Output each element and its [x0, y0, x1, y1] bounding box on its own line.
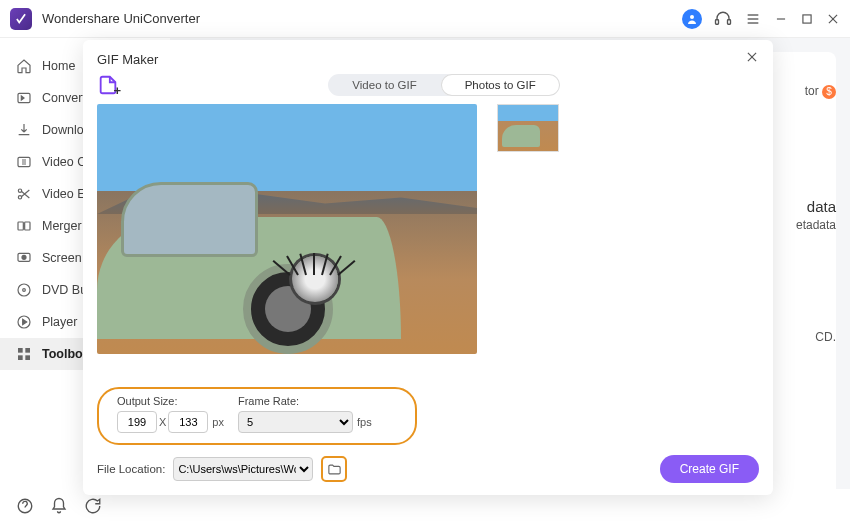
create-gif-button[interactable]: Create GIF: [660, 455, 759, 483]
svg-rect-1: [716, 19, 719, 24]
converter-icon: [16, 90, 32, 106]
maximize-button[interactable]: [800, 12, 814, 26]
bg-text: tor $: [805, 84, 836, 99]
add-file-button[interactable]: +: [97, 74, 119, 96]
svg-point-0: [690, 15, 694, 19]
file-location-label: File Location:: [97, 463, 165, 475]
output-height-input[interactable]: [168, 411, 208, 433]
preview-image: [97, 104, 477, 354]
svg-rect-21: [18, 348, 23, 353]
frame-rate-select[interactable]: 5: [238, 411, 353, 433]
thumbnail[interactable]: [497, 104, 559, 152]
home-icon: [16, 58, 32, 74]
tab-photos-to-gif[interactable]: Photos to GIF: [441, 74, 560, 96]
frame-rate-label: Frame Rate:: [238, 395, 372, 407]
svg-rect-24: [25, 355, 30, 360]
svg-rect-15: [25, 222, 30, 230]
play-icon: [16, 314, 32, 330]
output-width-input[interactable]: [117, 411, 157, 433]
grid-icon: [16, 346, 32, 362]
svg-rect-2: [728, 19, 731, 24]
svg-rect-7: [803, 14, 811, 22]
bg-text: CD.: [815, 330, 836, 344]
help-icon[interactable]: [16, 497, 34, 515]
output-size-label: Output Size:: [117, 395, 224, 407]
record-icon: [16, 250, 32, 266]
feedback-icon[interactable]: [84, 497, 102, 515]
svg-rect-22: [25, 348, 30, 353]
bell-icon[interactable]: [50, 497, 68, 515]
gif-maker-modal: GIF Maker + Video to GIF Photos to GIF: [83, 40, 773, 495]
close-icon[interactable]: [745, 50, 759, 68]
app-title: Wondershare UniConverter: [42, 11, 200, 26]
tab-switch: Video to GIF Photos to GIF: [328, 74, 559, 96]
bg-text: data: [807, 198, 836, 215]
svg-rect-23: [18, 355, 23, 360]
modal-title: GIF Maker: [97, 52, 158, 67]
compress-icon: [16, 154, 32, 170]
svg-point-18: [18, 284, 30, 296]
svg-point-17: [22, 255, 26, 259]
user-avatar[interactable]: [682, 9, 702, 29]
minimize-button[interactable]: [774, 12, 788, 26]
frame-unit: fps: [357, 416, 372, 428]
download-icon: [16, 122, 32, 138]
sidebar-item-label: Merger: [42, 219, 82, 233]
menu-icon[interactable]: [744, 10, 762, 28]
sidebar-item-label: Player: [42, 315, 77, 329]
tab-video-to-gif[interactable]: Video to GIF: [328, 74, 440, 96]
sidebar-item-label: Home: [42, 59, 75, 73]
size-separator: X: [159, 416, 166, 428]
size-unit: px: [212, 416, 224, 428]
browse-folder-button[interactable]: [321, 456, 347, 482]
app-logo: [10, 8, 32, 30]
merge-icon: [16, 218, 32, 234]
bg-text: etadata: [796, 218, 836, 232]
file-location-select[interactable]: C:\Users\ws\Pictures\Wondershare: [173, 457, 313, 481]
close-window-button[interactable]: [826, 12, 840, 26]
dvd-icon: [16, 282, 32, 298]
svg-rect-14: [18, 222, 23, 230]
scissors-icon: [16, 186, 32, 202]
titlebar: Wondershare UniConverter: [0, 0, 850, 38]
headset-icon[interactable]: [714, 10, 732, 28]
output-settings: Output Size: X px Frame Rate: 5 fps: [97, 387, 417, 445]
svg-point-19: [23, 289, 26, 292]
